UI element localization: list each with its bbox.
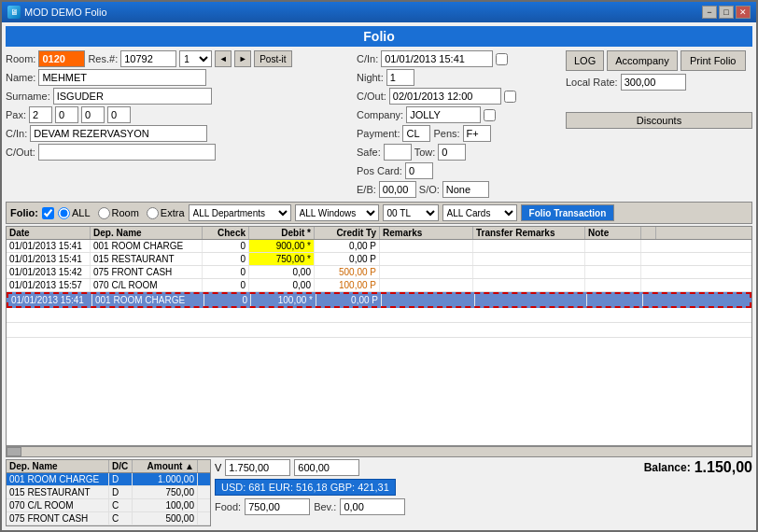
night-input[interactable] [386, 69, 414, 86]
dep-td-dc: C [109, 512, 133, 525]
td-debit: 0,00 [249, 266, 315, 278]
dep-td-amount: 500,00 [133, 512, 198, 525]
all-radio-item: ALL [58, 207, 91, 219]
td-note [585, 279, 641, 291]
td-debit: 900,00 * [249, 240, 315, 252]
log-button[interactable]: LOG [566, 50, 604, 71]
checkin-date-row: C/In: [357, 50, 562, 67]
local-rate-row: Local Rate: [566, 74, 752, 91]
dep-table-header: Dep. Name D/C Amount ▲ [7, 460, 210, 473]
dep-row[interactable]: 075 FRONT CASH C 500,00 [7, 512, 210, 525]
td-date: 01/01/2013 15:41 [7, 240, 91, 252]
extra-radio[interactable] [147, 207, 159, 219]
table-row[interactable]: 01/01/2013 15:57 070 C/L ROOM 0 0,00 100… [7, 279, 751, 292]
tl-select[interactable]: 00 TL [383, 204, 439, 221]
company-check[interactable] [484, 109, 496, 121]
folio-checkbox[interactable] [42, 207, 54, 219]
td-dep: 015 RESTAURANT [91, 253, 203, 265]
table-row-selected[interactable]: 01/01/2013 15:41 001 ROOM CHARGE 0 100,0… [7, 292, 751, 308]
pax-label: Pax: [6, 109, 26, 120]
table-row[interactable]: 01/01/2013 15:41 015 RESTAURANT 0 750,00… [7, 253, 751, 266]
bottom-right: V Balance: 1.150,00 USD: 681 EUR: 516,18… [215, 459, 752, 526]
sdo-input[interactable] [442, 181, 489, 198]
windows-select[interactable]: ALL Windows [295, 204, 379, 221]
checkin-check[interactable] [496, 53, 508, 65]
local-rate-input[interactable] [621, 74, 686, 91]
night-label: Night: [357, 72, 384, 83]
table-body: 01/01/2013 15:41 001 ROOM CHARGE 0 900,0… [7, 240, 751, 440]
accompany-button[interactable]: Accompany [607, 50, 677, 71]
next-button[interactable]: ► [234, 50, 251, 67]
surname-input[interactable] [53, 88, 212, 105]
checkin-date-input[interactable] [381, 50, 493, 67]
print-folio-button[interactable]: Print Folio [681, 50, 746, 71]
main-window: 🖥 MOD DEMO Folio − □ ✕ Folio Room: Res.#… [0, 0, 758, 532]
cards-select[interactable]: ALL Cards [442, 204, 517, 221]
tow-label: Tow: [414, 147, 436, 158]
sdo-label: S/O: [419, 184, 440, 195]
v-input1[interactable] [225, 459, 290, 476]
page-select[interactable]: 1 [179, 50, 212, 67]
night-row: Night: [357, 69, 562, 86]
cout-input[interactable] [38, 144, 216, 161]
checkout-date-row: C/Out: [357, 88, 562, 105]
dept-select[interactable]: ALL Departments [189, 204, 291, 221]
pax4-input[interactable] [107, 106, 131, 123]
discounts-container: Discounts [566, 112, 752, 129]
checkout-check[interactable] [504, 91, 516, 103]
room-row: Room: Res.#: 1 ◄ ► Post-it [6, 50, 353, 67]
pos-input[interactable] [405, 162, 433, 179]
pax2-input[interactable] [55, 106, 78, 123]
room-radio-item: Room [98, 207, 139, 219]
dep-row[interactable]: 015 RESTAURANT D 750,00 [7, 486, 210, 499]
prev-button[interactable]: ◄ [215, 50, 232, 67]
th-credit: Credit Ty [315, 227, 380, 239]
pax3-input[interactable] [81, 106, 105, 123]
td-credit: 0,00 P [316, 294, 382, 306]
table-row[interactable]: 01/01/2013 15:41 001 ROOM CHARGE 0 900,0… [7, 240, 751, 253]
bev-input[interactable] [340, 498, 405, 515]
td-transfer [473, 279, 585, 291]
checkin-date-label: C/In: [357, 53, 378, 64]
safe-input[interactable] [384, 144, 412, 161]
table-row[interactable]: 01/01/2013 15:42 075 FRONT CASH 0 0,00 5… [7, 266, 751, 279]
top-section: Room: Res.#: 1 ◄ ► Post-it Name: [6, 50, 752, 198]
th-note: Note [585, 227, 641, 239]
minimize-button[interactable]: − [702, 6, 717, 19]
dep-row[interactable]: 070 C/L ROOM C 100,00 [7, 499, 210, 512]
th-dep: Dep. Name [91, 227, 203, 239]
payment-input[interactable] [402, 125, 430, 142]
res-input[interactable] [120, 50, 176, 67]
room-radio[interactable] [98, 207, 110, 219]
pax1-input[interactable] [29, 106, 52, 123]
cout-row: C/Out: [6, 144, 353, 161]
room-input[interactable] [38, 50, 85, 67]
pens-label: Pens: [433, 128, 459, 139]
folio-transaction-button[interactable]: Folio Transaction [521, 204, 615, 221]
payment-label: Payment: [357, 128, 400, 139]
td-date: 01/01/2013 15:41 [7, 253, 91, 265]
scroll-thumb[interactable] [7, 447, 21, 456]
pens-input[interactable] [463, 125, 491, 142]
company-input[interactable] [406, 106, 481, 123]
eb-input[interactable] [379, 181, 416, 198]
close-button[interactable]: ✕ [736, 6, 751, 19]
safe-row: Safe: Tow: [357, 144, 562, 161]
food-input[interactable] [245, 498, 310, 515]
dep-row-selected[interactable]: 001 ROOM CHARGE D 1.000,00 [7, 473, 210, 486]
surname-label: Surname: [6, 91, 50, 102]
checkout-date-input[interactable] [389, 88, 501, 105]
all-radio[interactable] [58, 207, 70, 219]
eb-row: E/B: S/O: [357, 181, 562, 198]
tow-input[interactable] [438, 144, 466, 161]
v-input2[interactable] [294, 459, 359, 476]
name-input[interactable] [38, 69, 206, 86]
td-date: 01/01/2013 15:42 [7, 266, 91, 278]
folio-radio-group: ALL Room Extra [58, 207, 185, 219]
post-it-button[interactable]: Post-it [254, 50, 291, 67]
horizontal-scrollbar[interactable] [6, 446, 752, 457]
discounts-button[interactable]: Discounts [566, 112, 752, 129]
cin-input[interactable] [30, 125, 207, 142]
maximize-button[interactable]: □ [719, 6, 734, 19]
payment-row: Payment: Pens: [357, 125, 562, 142]
